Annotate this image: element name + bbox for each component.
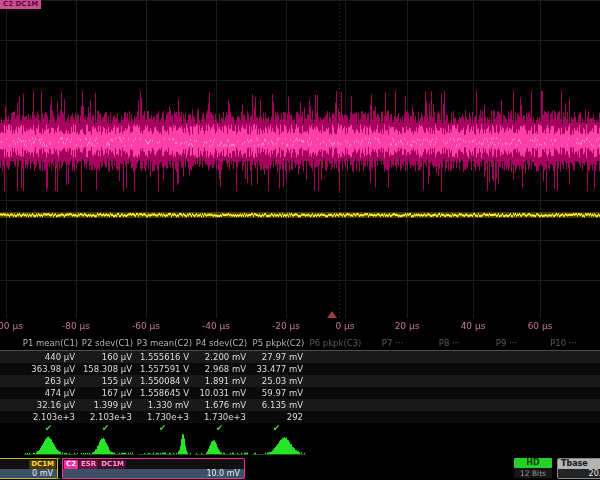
measure-value: 1.558645 V	[136, 387, 193, 399]
measure-value: 167 µV	[79, 387, 136, 399]
measure-value: 27.97 mV	[250, 351, 307, 363]
measure-value	[307, 363, 364, 375]
measure-column-header[interactable]: P5 pkpk(C2)	[250, 337, 307, 350]
time-axis: -100 µs-80 µs-60 µs-40 µs-20 µs0 µs20 µs…	[0, 318, 600, 337]
measure-column-header[interactable]: P6 pkpk(C3)	[307, 337, 364, 350]
measure-value	[478, 399, 535, 411]
measure-column-header[interactable]: P9 ···	[478, 337, 535, 350]
status-check-icon: ✔	[136, 423, 193, 433]
c1-volts-per-div: 0 mV	[0, 469, 57, 478]
measure-value	[535, 375, 592, 387]
measure-value	[364, 399, 421, 411]
measure-row: 474 µV167 µV1.558645 V10.031 mV59.97 mV	[0, 387, 600, 399]
measure-column-header[interactable]: P3 mean(C2)	[136, 337, 193, 350]
tbase-label: Tbase	[558, 459, 600, 469]
status-check-icon: ✔	[22, 423, 79, 433]
measure-value	[307, 399, 364, 411]
measure-value	[478, 387, 535, 399]
measure-column-header[interactable]: P2 sdev(C1)	[79, 337, 136, 350]
measure-value: 33.477 mV	[250, 363, 307, 375]
trigger-position-marker[interactable]	[327, 311, 337, 318]
measure-column-header[interactable]: P7 ···	[364, 337, 421, 350]
time-axis-label: 20 µs	[395, 321, 420, 331]
time-axis-label: -20 µs	[272, 321, 300, 331]
channel-descriptor-c1[interactable]: DC1M 0 mV	[0, 458, 58, 479]
measure-row: 440 µV160 µV1.555616 V2.200 mV27.97 mV	[0, 351, 600, 363]
measure-value: 1.557591 V	[136, 363, 193, 375]
measure-value: 10.031 mV	[193, 387, 250, 399]
hd-bits-label: 12 Bits	[514, 468, 552, 478]
measure-value: 263 µV	[22, 375, 79, 387]
measure-row: 263 µV155 µV1.550084 V1.891 mV25.03 mV	[0, 375, 600, 387]
status-empty	[421, 423, 478, 433]
measure-value: 363.98 µV	[22, 363, 79, 375]
measure-value	[364, 351, 421, 363]
c2-esr-badge: ESR	[79, 460, 98, 469]
measure-value: 1.550084 V	[136, 375, 193, 387]
measure-value	[478, 375, 535, 387]
hd-badge[interactable]: HD	[514, 458, 552, 468]
measure-value: 160 µV	[79, 351, 136, 363]
measure-value	[535, 387, 592, 399]
measure-value: 440 µV	[22, 351, 79, 363]
measure-value: 292	[250, 411, 307, 423]
measure-row: 2.103e+32.103e+31.730e+31.730e+3292	[0, 411, 600, 423]
measure-value: 1.555616 V	[136, 351, 193, 363]
time-axis-label: 0 µs	[335, 321, 354, 331]
measure-value	[478, 411, 535, 423]
measure-value: 1.730e+3	[136, 411, 193, 423]
measure-value	[364, 387, 421, 399]
trace-label: C2 DC1M	[0, 0, 41, 9]
measurement-histicons[interactable]	[0, 433, 600, 457]
measure-column-header[interactable]: P8 ···	[421, 337, 478, 350]
tbase-value: 20.0 µ	[558, 469, 600, 478]
status-check-icon: ✔	[79, 423, 136, 433]
measure-row: 32.16 µV1.399 µV1.330 mV1.676 mV6.135 mV	[0, 399, 600, 411]
measure-value	[535, 351, 592, 363]
measure-value: 2.103e+3	[79, 411, 136, 423]
measure-value: 155 µV	[79, 375, 136, 387]
measure-column-header[interactable]: P1 mean(C1)	[22, 337, 79, 350]
timebase-descriptor[interactable]: Tbase 20.0 µ	[557, 458, 600, 479]
c1-coupling-badge: DC1M	[29, 460, 56, 469]
measure-value: 474 µV	[22, 387, 79, 399]
measure-value: 1.676 mV	[193, 399, 250, 411]
measure-value: 25.03 mV	[250, 375, 307, 387]
waveform-grid[interactable]	[0, 0, 600, 318]
time-axis-label: 60 µs	[528, 321, 553, 331]
time-axis-label: -80 µs	[62, 321, 90, 331]
bottom-toolbar: DC1M 0 mV C2 ESR DC1M 10.0 mV + HD 12 Bi…	[0, 458, 600, 480]
measure-value: 59.97 mV	[250, 387, 307, 399]
status-empty	[307, 423, 364, 433]
time-axis-label: -40 µs	[202, 321, 230, 331]
c2-volts-per-div: 10.0 mV	[63, 469, 244, 478]
measure-value: 2.103e+3	[22, 411, 79, 423]
time-axis-label: -60 µs	[132, 321, 160, 331]
measure-value	[421, 387, 478, 399]
channel-descriptor-c2[interactable]: C2 ESR DC1M 10.0 mV	[62, 458, 245, 479]
status-empty	[478, 423, 535, 433]
measure-value	[535, 363, 592, 375]
time-axis-label: -100 µs	[0, 321, 23, 331]
measurement-table: P1 mean(C1)P2 sdev(C1)P3 mean(C2)P4 sdev…	[0, 337, 600, 433]
measure-value	[307, 375, 364, 387]
measure-value: 2.968 mV	[193, 363, 250, 375]
measure-value	[478, 351, 535, 363]
measure-column-header[interactable]: P4 sdev(C2)	[193, 337, 250, 350]
oscilloscope-screen: C2 DC1M -100 µs-80 µs-60 µs-40 µs-20 µs0…	[0, 0, 600, 480]
measure-value	[535, 399, 592, 411]
status-check-icon: ✔	[193, 423, 250, 433]
measure-value	[421, 399, 478, 411]
measure-value: 1.330 mV	[136, 399, 193, 411]
time-axis-label: 40 µs	[461, 321, 486, 331]
status-check-icon: ✔	[250, 423, 307, 433]
measure-value	[421, 375, 478, 387]
measure-value: 158.308 µV	[79, 363, 136, 375]
measure-value	[421, 351, 478, 363]
measure-value: 1.730e+3	[193, 411, 250, 423]
hd-mode-indicator[interactable]: HD 12 Bits	[514, 458, 554, 480]
measure-value	[478, 363, 535, 375]
measure-value	[364, 375, 421, 387]
measure-column-header[interactable]: P10 ···	[535, 337, 592, 350]
measure-value	[535, 411, 592, 423]
